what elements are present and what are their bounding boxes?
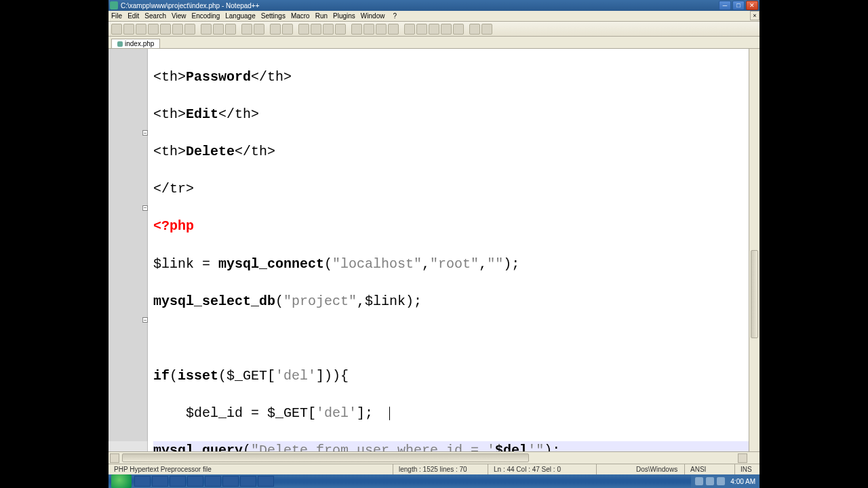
save-all-icon[interactable] (148, 24, 159, 35)
taskbar: 4:00 AM (108, 474, 760, 488)
tab-label: index.php (125, 40, 154, 47)
start-button[interactable] (111, 474, 132, 488)
menu-search[interactable]: Search (144, 12, 166, 20)
play-multi-icon[interactable] (441, 24, 452, 35)
func-list-icon[interactable] (481, 24, 492, 35)
menu-file[interactable]: File (111, 12, 122, 20)
app-window: C:\xampp\www\project\index.php - Notepad… (108, 0, 760, 474)
clock[interactable]: 4:00 AM (730, 478, 755, 485)
menu-macro[interactable]: Macro (291, 12, 310, 20)
status-position: Ln : 44 Col : 47 Sel : 0 (488, 464, 597, 474)
status-ins: INS (735, 464, 760, 474)
scroll-left-button[interactable] (110, 453, 119, 463)
save-macro-icon[interactable] (453, 24, 464, 35)
record-macro-icon[interactable] (404, 24, 415, 35)
user-lang-icon[interactable] (388, 24, 399, 35)
scrollbar-thumb[interactable] (751, 250, 758, 338)
minimize-button[interactable]: ─ (719, 1, 731, 10)
menubar: File Edit Search View Encoding Language … (108, 11, 760, 22)
redo-icon[interactable] (254, 24, 264, 35)
taskbar-item[interactable] (205, 476, 221, 487)
scroll-right-button[interactable] (738, 453, 747, 463)
open-file-icon[interactable] (123, 24, 134, 35)
h-scrollbar-thumb[interactable] (122, 453, 529, 462)
menu-encoding[interactable]: Encoding (192, 12, 220, 20)
menu-settings[interactable]: Settings (261, 12, 285, 20)
line-number-gutter (108, 49, 148, 464)
status-filetype: PHP Hypertext Preprocessor file (108, 464, 393, 474)
taskbar-item[interactable] (170, 476, 186, 487)
app-icon (110, 1, 118, 9)
menu-language[interactable]: Language (225, 12, 256, 20)
close-all-icon[interactable] (172, 24, 183, 35)
status-eol: Dos\Windows (631, 464, 685, 474)
doc-close-button[interactable]: × (750, 11, 760, 20)
close-button[interactable]: ✕ (746, 1, 758, 10)
taskbar-item[interactable] (152, 476, 168, 487)
menu-plugins[interactable]: Plugins (333, 12, 355, 20)
undo-icon[interactable] (241, 24, 252, 35)
taskbar-item[interactable] (258, 476, 274, 487)
new-file-icon[interactable] (111, 24, 122, 35)
scroll-corner (749, 452, 760, 464)
menu-edit[interactable]: Edit (127, 12, 139, 20)
editor: <th>Password</th> <th>Edit</th> <th>Dele… (108, 49, 760, 464)
cut-icon[interactable] (201, 24, 212, 35)
indent-guide-icon[interactable] (376, 24, 387, 35)
titlebar[interactable]: C:\xampp\www\project\index.php - Notepad… (108, 0, 760, 11)
find-icon[interactable] (270, 24, 281, 35)
tab-file-icon (117, 41, 123, 47)
wordwrap-icon[interactable] (351, 24, 362, 35)
horizontal-scrollbar[interactable] (108, 451, 760, 464)
taskbar-item[interactable] (240, 476, 256, 487)
show-all-chars-icon[interactable] (363, 24, 374, 35)
text-cursor (389, 407, 390, 420)
copy-icon[interactable] (213, 24, 224, 35)
paste-icon[interactable] (225, 24, 236, 35)
tray-icon[interactable] (695, 477, 703, 485)
print-icon[interactable] (184, 24, 195, 35)
menu-view[interactable]: View (172, 12, 186, 20)
taskbar-item[interactable] (134, 476, 151, 487)
close-doc-icon[interactable] (160, 24, 171, 35)
save-icon[interactable] (136, 24, 146, 35)
statusbar: PHP Hypertext Preprocessor file length :… (108, 464, 760, 474)
fold-icon[interactable] (142, 130, 148, 136)
zoom-in-icon[interactable] (298, 24, 309, 35)
play-macro-icon[interactable] (429, 24, 439, 35)
taskbar-item[interactable] (222, 476, 239, 487)
tab-indexphp[interactable]: index.php (111, 39, 160, 48)
status-length: length : 1525 lines : 70 (393, 464, 488, 474)
system-tray: 4:00 AM (691, 474, 760, 488)
window-title: C:\xampp\www\project\index.php - Notepad… (121, 2, 719, 9)
tray-volume-icon[interactable] (717, 477, 725, 485)
menu-run[interactable]: Run (315, 12, 328, 20)
tabbar: index.php (108, 37, 760, 49)
sync-h-icon[interactable] (335, 24, 346, 35)
stop-macro-icon[interactable] (416, 24, 427, 35)
menu-help[interactable]: ? (393, 12, 397, 20)
taskbar-item[interactable] (187, 476, 203, 487)
fold-icon[interactable] (142, 317, 148, 323)
zoom-out-icon[interactable] (311, 24, 321, 35)
toolbar (108, 22, 760, 37)
code-area[interactable]: <th>Password</th> <th>Edit</th> <th>Dele… (148, 49, 760, 464)
fold-icon[interactable] (142, 205, 148, 211)
tray-icon[interactable] (706, 477, 714, 485)
doc-map-icon[interactable] (469, 24, 480, 35)
sync-v-icon[interactable] (323, 24, 334, 35)
status-encoding: ANSI (685, 464, 735, 474)
vertical-scrollbar[interactable] (749, 49, 760, 451)
replace-icon[interactable] (282, 24, 293, 35)
menu-window[interactable]: Window (361, 12, 385, 20)
maximize-button[interactable]: □ (732, 1, 745, 10)
